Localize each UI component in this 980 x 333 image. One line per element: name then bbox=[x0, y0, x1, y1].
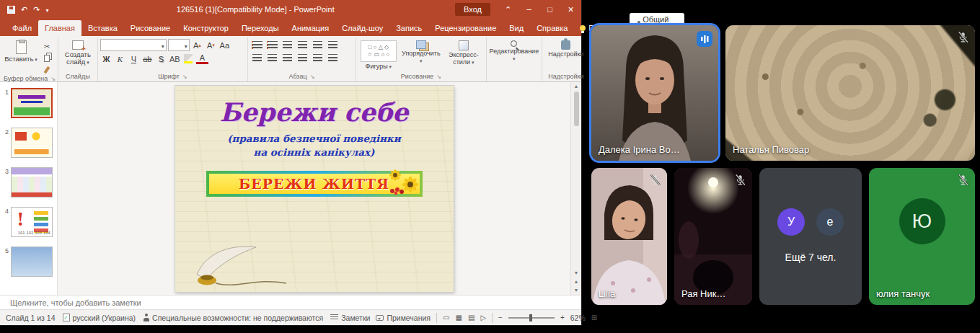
current-slide[interactable]: Бережи себе (правила безпечної поведінки… bbox=[175, 86, 454, 292]
numbering-button[interactable] bbox=[265, 39, 279, 50]
font-size-combo[interactable] bbox=[168, 39, 190, 51]
highlight-color-button[interactable] bbox=[182, 53, 195, 65]
slide-subtitle[interactable]: (правила безпечної поведінки на осінніх … bbox=[175, 132, 454, 159]
bullets-button[interactable] bbox=[250, 39, 264, 50]
paste-button[interactable]: Вставить bbox=[4, 39, 38, 63]
participant-tile-daleka[interactable]: Далека Ірина Во… bbox=[591, 25, 718, 161]
format-painter-button[interactable] bbox=[40, 64, 53, 75]
tab-file[interactable]: Файл bbox=[6, 20, 38, 36]
shapes-button[interactable]: Фигуры bbox=[358, 39, 399, 71]
underline-button[interactable]: Ч bbox=[128, 53, 140, 65]
tab-design[interactable]: Конструктор bbox=[177, 20, 235, 36]
dialog-launcher-icon[interactable] bbox=[436, 73, 441, 80]
italic-button[interactable]: К bbox=[114, 53, 126, 65]
scrollbar-thumb[interactable] bbox=[574, 92, 579, 126]
reading-view-button[interactable] bbox=[468, 314, 474, 321]
participant-tile-pivovar[interactable]: Наталья Пивовар bbox=[725, 25, 975, 161]
zoom-slider[interactable] bbox=[508, 317, 555, 319]
text-direction-button[interactable] bbox=[326, 39, 340, 50]
bold-button[interactable]: Ж bbox=[100, 53, 112, 65]
overflow-count-label[interactable]: Ещё 7 чел. bbox=[759, 252, 862, 263]
customize-qat-icon[interactable] bbox=[45, 6, 48, 14]
participant-tile-tanchuk[interactable]: Ю юлия танчук bbox=[869, 168, 975, 305]
tab-view[interactable]: Вид bbox=[503, 20, 530, 36]
undo-icon[interactable] bbox=[21, 6, 27, 14]
font-name-combo[interactable] bbox=[100, 39, 167, 51]
arrange-button[interactable]: Упорядочить bbox=[401, 39, 441, 65]
slide-canvas[interactable]: Бережи себе (правила безпечної поведінки… bbox=[58, 82, 570, 295]
new-slide-button[interactable]: Создать слайд bbox=[61, 39, 95, 66]
tab-animations[interactable]: Анимация bbox=[286, 20, 336, 36]
tab-review[interactable]: Рецензирование bbox=[428, 20, 503, 36]
slide-thumbnail-3[interactable]: 3 bbox=[1, 167, 55, 197]
line-spacing-button[interactable] bbox=[311, 39, 325, 50]
convert-smartart-button[interactable] bbox=[326, 52, 340, 63]
next-slide-button[interactable]: ▼ bbox=[574, 287, 579, 294]
slide-thumbnail-2[interactable]: 2 bbox=[1, 128, 55, 158]
justify-button[interactable] bbox=[296, 52, 309, 63]
notes-button[interactable]: Заметки bbox=[330, 314, 370, 322]
tab-slideshow[interactable]: Слайд-шоу bbox=[335, 20, 389, 36]
minimize-button[interactable] bbox=[518, 0, 539, 19]
dialog-launcher-icon[interactable] bbox=[310, 73, 315, 80]
sign-in-button[interactable]: Вход bbox=[455, 3, 490, 16]
zoom-in-button[interactable] bbox=[560, 314, 565, 321]
decrease-indent-button[interactable] bbox=[281, 39, 294, 50]
editing-button[interactable]: Редактирование bbox=[489, 39, 539, 63]
slide-thumbnail-5[interactable]: 5 bbox=[1, 247, 55, 277]
cut-button[interactable] bbox=[40, 41, 53, 52]
zoom-slider-thumb[interactable] bbox=[529, 314, 532, 321]
mic-muted-icon bbox=[957, 31, 969, 43]
tab-insert[interactable]: Вставка bbox=[81, 20, 124, 36]
spellcheck-status[interactable]: русский (Украина) bbox=[63, 314, 136, 322]
increase-indent-button[interactable] bbox=[296, 39, 309, 50]
align-left-button[interactable] bbox=[250, 52, 264, 63]
previous-slide-button[interactable]: ▲ bbox=[574, 278, 579, 285]
notes-pane[interactable]: Щелкните, чтобы добавить заметки bbox=[0, 295, 581, 309]
overflow-participants-tile[interactable]: У е Ещё 7 чел. bbox=[759, 168, 862, 305]
tab-draw[interactable]: Рисование bbox=[124, 20, 177, 36]
redo-icon[interactable] bbox=[33, 6, 40, 14]
slide-thumbnail-4[interactable]: 4 101 102 103 104 bbox=[1, 207, 55, 237]
slide-3-preview bbox=[11, 167, 53, 197]
close-button[interactable] bbox=[560, 0, 581, 19]
align-center-button[interactable] bbox=[265, 52, 279, 63]
participant-tile-raya[interactable]: Рая Ник… bbox=[674, 168, 752, 305]
quick-styles-button[interactable]: Экспресс-стили bbox=[443, 39, 484, 66]
scroll-down-arrow[interactable]: ▼ bbox=[574, 270, 579, 277]
tab-home[interactable]: Главная bbox=[38, 20, 81, 36]
slide-banner[interactable]: БЕРЕЖИ ЖИТТЯ bbox=[206, 171, 423, 197]
ribbon-options-button[interactable] bbox=[498, 0, 518, 19]
accessibility-status[interactable]: Специальные возможности: не поддерживают… bbox=[143, 314, 323, 322]
maximize-button[interactable] bbox=[539, 0, 560, 19]
save-icon[interactable] bbox=[7, 6, 15, 14]
tab-transitions[interactable]: Переходы bbox=[235, 20, 286, 36]
scroll-up-arrow[interactable]: ▲ bbox=[574, 83, 579, 90]
shrink-font-button[interactable]: А bbox=[205, 39, 217, 51]
slide-thumbnail-1[interactable]: 1 bbox=[1, 88, 55, 118]
text-shadow-button[interactable]: S bbox=[155, 53, 167, 65]
change-case-button[interactable]: Аа bbox=[218, 39, 231, 51]
tab-record[interactable]: Запись bbox=[389, 20, 428, 36]
fit-to-window-button[interactable] bbox=[591, 314, 597, 321]
slide-sorter-view-button[interactable] bbox=[455, 314, 462, 321]
normal-view-button[interactable] bbox=[443, 314, 449, 321]
align-right-button[interactable] bbox=[281, 52, 294, 63]
strikethrough-button[interactable]: ab bbox=[141, 53, 154, 65]
vertical-scrollbar[interactable]: ▲ ▼ ▲ ▼ bbox=[570, 82, 581, 295]
zoom-level[interactable]: 62% bbox=[570, 314, 586, 322]
grow-font-button[interactable]: А bbox=[191, 39, 203, 51]
participant-tile-lilia[interactable]: Lilia bbox=[591, 168, 667, 305]
character-spacing-button[interactable]: АВ bbox=[169, 53, 181, 65]
slide-title[interactable]: Бережи себе bbox=[175, 97, 454, 127]
comments-button[interactable]: Примечания bbox=[376, 314, 431, 322]
font-color-button[interactable]: А bbox=[196, 54, 208, 64]
columns-button[interactable] bbox=[311, 52, 325, 63]
copy-button[interactable] bbox=[40, 53, 53, 63]
dialog-launcher-icon[interactable] bbox=[50, 75, 56, 82]
slideshow-button[interactable] bbox=[480, 314, 486, 321]
addins-button[interactable]: Надстройки bbox=[544, 39, 588, 58]
zoom-out-button[interactable] bbox=[498, 314, 503, 321]
dialog-launcher-icon[interactable] bbox=[182, 73, 187, 80]
tab-help[interactable]: Справка bbox=[530, 20, 574, 36]
